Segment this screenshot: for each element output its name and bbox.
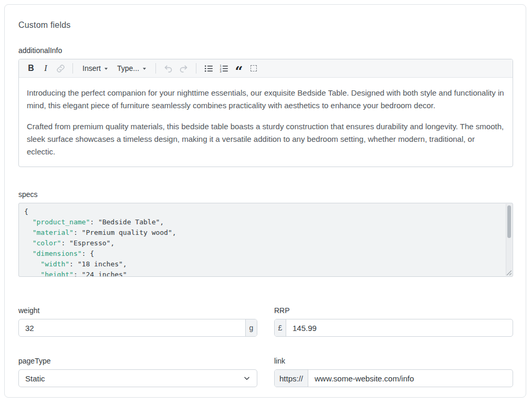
chevron-down-icon xyxy=(143,68,146,70)
field-row: weight g RRP £ xyxy=(18,306,513,337)
code-line: "dimensions": { xyxy=(24,248,500,259)
undo-icon xyxy=(163,64,173,74)
resize-handle-icon[interactable] xyxy=(506,270,512,275)
link-label: link xyxy=(274,357,513,365)
redo-button[interactable] xyxy=(176,61,191,75)
code-line: "product_name": "Bedside Table", xyxy=(24,217,500,227)
insert-dropdown-label: Insert xyxy=(82,64,101,72)
custom-fields-card: Custom fields additionalInfo B I Inse xyxy=(4,4,526,398)
editor-toolbar: B I Insert Type... xyxy=(19,59,513,78)
type-dropdown-label: Type... xyxy=(117,64,139,72)
scrollbar-thumb[interactable] xyxy=(507,205,511,238)
specs-code-editor[interactable]: { "product_name": "Bedside Table", "mate… xyxy=(18,203,513,277)
bold-button[interactable]: B xyxy=(24,61,38,75)
redo-icon xyxy=(179,64,189,74)
insert-dropdown[interactable]: Insert xyxy=(78,61,112,75)
numbered-list-button[interactable]: 1 2 3 xyxy=(217,61,231,75)
dashed-square-icon xyxy=(251,65,257,71)
additional-info-label: additionalInfo xyxy=(18,46,513,55)
code-line: "material": "Premium quality wood", xyxy=(24,227,500,238)
link-field: link https:// xyxy=(274,357,513,387)
toolbar-divider xyxy=(72,63,73,74)
currency-addon: £ xyxy=(275,319,286,336)
weight-label: weight xyxy=(18,306,257,315)
page-type-label: pageType xyxy=(18,357,257,365)
blockquote-button[interactable]: “ xyxy=(232,61,246,75)
code-line: { xyxy=(24,206,500,217)
page-type-select[interactable]: Static xyxy=(18,369,257,387)
svg-text:3: 3 xyxy=(220,70,222,73)
specs-label: specs xyxy=(18,190,513,199)
code-line: "height": "24 inches" xyxy=(24,270,500,277)
additional-info-field: additionalInfo B I Insert xyxy=(18,46,513,167)
scrollbar-track[interactable] xyxy=(506,204,512,276)
editor-content[interactable]: Introducing the perfect companion for yo… xyxy=(19,78,513,167)
numbered-list-icon: 1 2 3 xyxy=(219,64,229,74)
link-input[interactable] xyxy=(308,370,513,387)
weight-field: weight g xyxy=(18,306,257,337)
code-line: "color": "Espresso", xyxy=(24,238,500,248)
page-type-field: pageType Static xyxy=(18,357,257,387)
rrp-field: RRP £ xyxy=(274,306,513,337)
toolbar-divider xyxy=(196,63,196,74)
chevron-down-icon xyxy=(105,68,108,70)
block-button[interactable] xyxy=(247,61,260,75)
page-title: Custom fields xyxy=(18,20,513,30)
rich-text-editor: B I Insert Type... xyxy=(18,59,513,167)
editor-paragraph: Introducing the perfect companion for yo… xyxy=(27,87,505,112)
link-button[interactable] xyxy=(54,61,67,75)
link-input-group: https:// xyxy=(274,369,513,387)
weight-input-group: g xyxy=(18,319,257,337)
bullet-list-button[interactable] xyxy=(202,61,216,75)
rrp-input[interactable] xyxy=(286,319,513,336)
weight-input[interactable] xyxy=(19,319,245,336)
protocol-addon: https:// xyxy=(275,370,308,387)
type-dropdown[interactable]: Type... xyxy=(113,61,150,75)
link-icon xyxy=(56,64,65,73)
code-line: "width": "18 inches", xyxy=(24,259,500,270)
chevron-down-icon xyxy=(243,375,251,382)
italic-button[interactable]: I xyxy=(39,61,53,75)
rrp-label: RRP xyxy=(274,306,513,315)
weight-unit-addon: g xyxy=(245,319,257,336)
page-type-selected-value: Static xyxy=(25,374,45,383)
field-row: pageType Static link https:// xyxy=(18,357,513,387)
undo-button[interactable] xyxy=(161,61,175,75)
toolbar-divider xyxy=(155,63,156,74)
editor-paragraph: Crafted from premium quality materials, … xyxy=(27,120,505,158)
bullet-list-icon xyxy=(204,64,214,74)
rrp-input-group: £ xyxy=(274,319,513,337)
specs-field: specs { "product_name": "Bedside Table",… xyxy=(18,190,513,277)
